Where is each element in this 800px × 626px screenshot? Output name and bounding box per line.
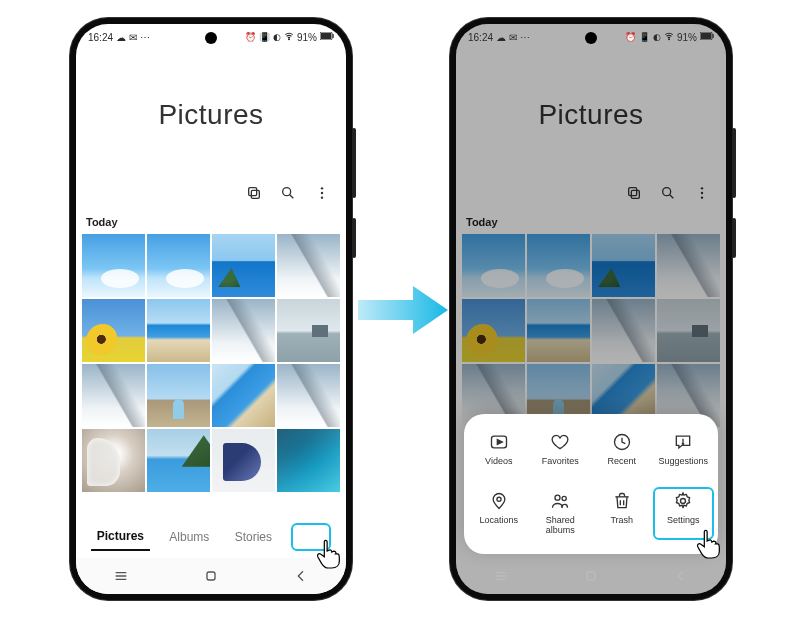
page-title: Pictures [158, 99, 263, 131]
pin-icon [489, 491, 509, 511]
svg-rect-15 [207, 572, 215, 580]
cloud-icon: ☁ [116, 32, 126, 43]
photo-thumb[interactable] [147, 429, 210, 492]
photo-thumb[interactable] [277, 364, 340, 427]
menu-label: Trash [610, 516, 633, 526]
photo-thumb[interactable] [277, 299, 340, 362]
menu-sheet: Videos Favorites Recent [464, 414, 718, 554]
power-button [732, 218, 736, 258]
step-arrow [358, 280, 448, 340]
svg-rect-4 [321, 33, 331, 39]
trash-icon [612, 491, 632, 511]
svg-rect-19 [701, 33, 711, 39]
photo-thumb[interactable] [212, 299, 275, 362]
svg-point-16 [668, 39, 669, 40]
wifi-icon [284, 31, 294, 43]
svg-rect-3 [333, 34, 334, 38]
tab-pictures[interactable]: Pictures [91, 523, 150, 551]
more-icon[interactable] [314, 185, 330, 201]
photo-thumb[interactable] [82, 234, 145, 297]
menu-locations[interactable]: Locations [468, 487, 530, 540]
status-time: 16:24 [88, 32, 113, 43]
mail-icon: ✉ [129, 32, 137, 43]
no-sim-icon: ◐ [653, 33, 661, 42]
svg-point-1 [288, 39, 289, 40]
svg-rect-5 [251, 190, 259, 198]
photo-thumb[interactable] [147, 299, 210, 362]
menu-suggestions[interactable]: Suggestions [653, 428, 715, 471]
menu-label: Locations [479, 516, 518, 526]
photo-thumb[interactable] [277, 234, 340, 297]
play-icon [489, 432, 509, 452]
copy-icon[interactable] [246, 185, 262, 201]
menu-trash[interactable]: Trash [591, 487, 653, 540]
back-icon[interactable] [293, 568, 309, 584]
cloud-icon: ☁ [496, 32, 506, 43]
svg-point-34 [562, 497, 566, 501]
back-icon[interactable] [673, 568, 689, 584]
svg-point-7 [283, 188, 291, 196]
photo-thumb[interactable] [82, 364, 145, 427]
svg-point-9 [321, 187, 323, 189]
clock-icon [612, 432, 632, 452]
svg-marker-0 [358, 286, 448, 334]
search-icon[interactable] [280, 185, 296, 201]
menu-shared-albums[interactable]: Shared albums [530, 487, 592, 540]
photo-thumb[interactable] [82, 299, 145, 362]
battery-icon [320, 32, 334, 42]
svg-point-33 [555, 495, 560, 500]
bottom-tabs: Pictures Albums Stories [76, 516, 346, 558]
menu-label: Videos [485, 457, 512, 467]
chat-icon [673, 432, 693, 452]
battery-icon [700, 32, 714, 42]
photo-thumb[interactable] [212, 429, 275, 492]
svg-point-37 [681, 499, 686, 504]
menu-recent[interactable]: Recent [591, 428, 653, 471]
svg-point-10 [321, 192, 323, 194]
power-button [352, 218, 356, 258]
menu-videos[interactable]: Videos [468, 428, 530, 471]
phone-left: 16:24 ☁ ✉ ⋯ ⏰ 📳 ◐ 91% Pictures [70, 18, 352, 600]
photo-thumb[interactable] [212, 364, 275, 427]
recents-icon[interactable] [113, 568, 129, 584]
recents-icon[interactable] [493, 568, 509, 584]
menu-label: Settings [667, 516, 700, 526]
heart-icon [550, 432, 570, 452]
dots-icon: ⋯ [140, 32, 150, 43]
photo-grid [76, 234, 346, 492]
photo-thumb[interactable] [147, 364, 210, 427]
menu-label: Favorites [542, 457, 579, 467]
front-camera [205, 32, 217, 44]
volume-button [352, 128, 356, 198]
home-icon[interactable] [583, 568, 599, 584]
wifi-icon [664, 31, 674, 43]
hero: Pictures [76, 50, 346, 180]
svg-rect-18 [713, 34, 714, 38]
svg-marker-28 [497, 440, 502, 445]
people-icon [550, 491, 570, 511]
menu-settings[interactable]: Settings [653, 487, 715, 540]
svg-point-11 [321, 196, 323, 198]
screen: 16:24 ☁ ✉ ⋯ ⏰ 📳 ◐ 91% Pictures [76, 24, 346, 594]
svg-point-31 [683, 443, 684, 444]
tab-stories[interactable]: Stories [229, 524, 278, 550]
dots-icon: ⋯ [520, 32, 530, 43]
front-camera [585, 32, 597, 44]
svg-line-8 [290, 195, 294, 199]
tab-menu[interactable] [291, 523, 331, 551]
vibrate-icon: 📳 [639, 33, 650, 42]
svg-rect-41 [587, 572, 595, 580]
home-icon[interactable] [203, 568, 219, 584]
photo-thumb[interactable] [277, 429, 340, 492]
phone-right: 16:24 ☁ ✉ ⋯ ⏰ 📳 ◐ 91% Pictures [450, 18, 732, 600]
tab-albums[interactable]: Albums [163, 524, 215, 550]
system-nav [456, 558, 726, 594]
vibrate-icon: 📳 [259, 33, 270, 42]
menu-favorites[interactable]: Favorites [530, 428, 592, 471]
system-nav [76, 558, 346, 594]
photo-thumb[interactable] [147, 234, 210, 297]
photo-thumb[interactable] [212, 234, 275, 297]
photo-thumb[interactable] [82, 429, 145, 492]
section-label: Today [76, 212, 346, 234]
alarm-icon: ⏰ [625, 33, 636, 42]
